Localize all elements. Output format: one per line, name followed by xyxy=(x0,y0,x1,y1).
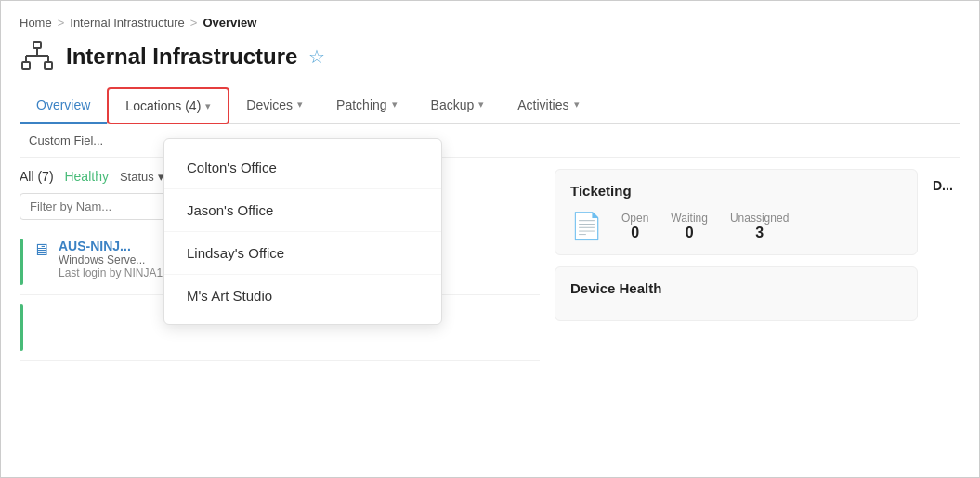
dropdown-item-lindsay[interactable]: Lindsay's Office xyxy=(164,232,441,275)
nav-tabs: Overview Locations (4) ▾ Devices ▾ Patch… xyxy=(20,87,960,124)
chevron-down-icon: ▾ xyxy=(392,98,398,110)
right-panel: Ticketing 📄 Open 0 Waiting 0 Unass xyxy=(555,169,918,361)
ticketing-card: Ticketing 📄 Open 0 Waiting 0 Unass xyxy=(555,169,918,255)
right-partial-column: D... xyxy=(933,169,960,361)
all-label: All xyxy=(20,169,34,184)
tab-locations[interactable]: Locations (4) ▾ xyxy=(107,87,229,124)
breadcrumb: Home > Internal Infrastructure > Overvie… xyxy=(20,16,960,30)
windows-icon: 🖥 xyxy=(33,240,49,260)
device-status-bar xyxy=(20,304,23,351)
dropdown-item-colton[interactable]: Colton's Office xyxy=(164,147,441,189)
device-health-title: Device Health xyxy=(570,280,902,296)
svg-rect-2 xyxy=(45,62,52,69)
content-area: All (7) Healthy Status ▾ 🖥 AUS-NINJ... W… xyxy=(20,158,960,361)
sub-nav-custom-fields[interactable]: Custom Fiel... xyxy=(20,130,112,151)
breadcrumb-internal[interactable]: Internal Infrastructure xyxy=(70,16,185,30)
svg-rect-0 xyxy=(33,42,41,48)
ticket-stats: Open 0 Waiting 0 Unassigned 3 xyxy=(621,210,789,241)
tab-backup[interactable]: Backup ▾ xyxy=(414,88,502,124)
breadcrumb-home[interactable]: Home xyxy=(20,16,52,30)
healthy-label: Healthy xyxy=(64,169,108,184)
device-health-card: Device Health xyxy=(555,266,918,321)
partial-label: D... xyxy=(933,178,953,193)
page-title: Internal Infrastructure xyxy=(66,44,297,70)
ticket-stat-waiting: Waiting 0 xyxy=(671,210,708,241)
dropdown-item-jason[interactable]: Jason's Office xyxy=(164,189,441,232)
svg-rect-1 xyxy=(22,62,30,69)
ticket-icon: 📄 xyxy=(570,211,603,241)
breadcrumb-sep2: > xyxy=(190,16,198,30)
ticket-stat-open: Open 0 xyxy=(621,210,648,241)
ticketing-content: 📄 Open 0 Waiting 0 Unassigned 3 xyxy=(570,210,902,241)
device-status-bar xyxy=(20,239,23,285)
page-header: Internal Infrastructure ☆ xyxy=(20,39,960,74)
locations-dropdown: Colton's Office Jason's Office Lindsay's… xyxy=(163,138,442,325)
tab-overview[interactable]: Overview xyxy=(20,88,107,124)
tab-activities[interactable]: Activities ▾ xyxy=(501,88,595,124)
breadcrumb-current: Overview xyxy=(203,16,256,30)
chevron-down-icon: ▾ xyxy=(205,100,211,112)
ticket-stat-unassigned: Unassigned 3 xyxy=(730,210,789,241)
tab-patching[interactable]: Patching ▾ xyxy=(320,88,413,124)
tab-devices[interactable]: Devices ▾ xyxy=(229,88,320,124)
dropdown-item-m-art-studio[interactable]: M's Art Studio xyxy=(164,275,441,317)
chevron-down-icon: ▾ xyxy=(574,98,580,110)
ticketing-title: Ticketing xyxy=(570,183,902,199)
all-count-label: All (7) Healthy xyxy=(20,169,109,184)
status-dropdown[interactable]: Status ▾ xyxy=(120,170,164,184)
device-count: (7) xyxy=(37,169,53,184)
chevron-down-icon: ▾ xyxy=(478,98,484,110)
chevron-down-icon: ▾ xyxy=(297,98,303,110)
status-label: Status xyxy=(120,170,154,184)
favorite-star-icon[interactable]: ☆ xyxy=(308,45,325,68)
breadcrumb-sep1: > xyxy=(58,16,65,30)
sub-nav: Custom Fiel... xyxy=(20,124,960,158)
network-icon xyxy=(20,39,55,74)
